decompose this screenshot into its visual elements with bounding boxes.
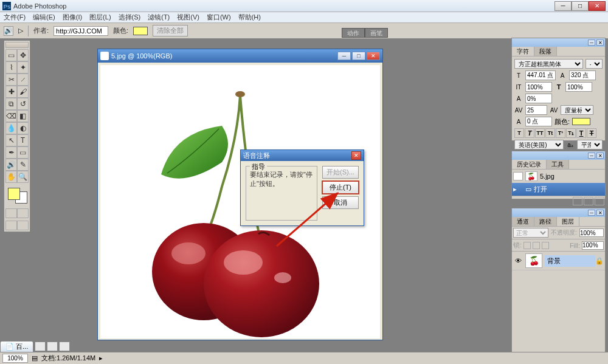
shape-tool[interactable]: ▭	[17, 146, 29, 159]
toolbox-grip[interactable]	[5, 42, 29, 48]
doc-maximize-button[interactable]: □	[352, 52, 365, 60]
crop-tool[interactable]: ✂	[5, 74, 17, 86]
layer-name[interactable]: 背景	[545, 255, 595, 267]
lock-all-icon[interactable]	[542, 242, 549, 249]
slice-tool[interactable]: ⟋	[17, 74, 29, 86]
tab-nav-icon[interactable]	[47, 342, 58, 351]
hand-tool[interactable]: ✋	[5, 171, 17, 183]
lasso-tool[interactable]: ⌇	[5, 61, 17, 74]
doc-info-icon[interactable]: ▤	[32, 354, 38, 362]
tracking-input[interactable]	[525, 94, 552, 103]
menu-help[interactable]: 帮助(H)	[238, 13, 261, 22]
history-brush-tool[interactable]: ↺	[17, 98, 29, 110]
subscript-button[interactable]: T₁	[566, 128, 576, 138]
history-snapshot[interactable]: 🍒 5.jpg	[512, 170, 605, 183]
new-snapshot-icon[interactable]	[584, 197, 593, 205]
doc-tab[interactable]: 📄 百...	[0, 341, 33, 352]
menu-filter[interactable]: 滤镜(T)	[148, 13, 170, 22]
hscale-input[interactable]	[565, 82, 592, 92]
quickmask-mode-icon[interactable]	[17, 208, 29, 218]
font-size-input[interactable]	[525, 70, 556, 80]
screen-mode-2-icon[interactable]	[17, 221, 29, 230]
tab-layers[interactable]: 图层	[557, 217, 579, 226]
opacity-input[interactable]	[579, 228, 604, 237]
tab-paragraph[interactable]: 段落	[534, 47, 557, 56]
foreground-color[interactable]	[8, 188, 20, 200]
smallcaps-button[interactable]: Tt	[545, 128, 555, 138]
zoom-input[interactable]	[2, 354, 28, 363]
menu-select[interactable]: 选择(S)	[119, 13, 141, 22]
dodge-tool[interactable]: ◐	[17, 122, 29, 134]
font-style-select[interactable]: -	[586, 59, 603, 69]
doc-minimize-button[interactable]: ─	[337, 52, 351, 60]
eyedropper-tool[interactable]: ✎	[17, 159, 29, 171]
lock-position-icon[interactable]	[533, 242, 540, 249]
visibility-icon[interactable]: 👁	[513, 257, 523, 264]
allcaps-button[interactable]: TT	[535, 128, 545, 138]
tab-channels[interactable]: 通道	[512, 217, 534, 226]
menu-edit[interactable]: 编辑(E)	[33, 13, 55, 22]
menu-image[interactable]: 图像(I)	[63, 13, 82, 22]
doc-close-button[interactable]: ✕	[367, 52, 380, 60]
layer-thumbnail[interactable]: 🍒	[525, 253, 542, 268]
path-tool[interactable]: ↖	[5, 134, 17, 146]
document-titlebar[interactable]: 5.jpg @ 100%(RGB) ─ □ ✕	[98, 49, 382, 63]
tab-tools-preset[interactable]: 工具	[547, 160, 569, 169]
tab-actions[interactable]: 动作	[342, 28, 365, 38]
blur-tool[interactable]: 💧	[5, 122, 17, 134]
gradient-tool[interactable]: ◧	[17, 110, 29, 122]
lock-pixels-icon[interactable]	[523, 242, 531, 249]
panel-close-icon[interactable]: ✕	[596, 153, 604, 159]
kerning-input[interactable]	[525, 105, 547, 115]
zoom-tool[interactable]: 🔍	[17, 171, 29, 183]
char-color-swatch[interactable]	[572, 118, 590, 125]
close-button[interactable]: ✕	[589, 1, 606, 11]
blend-mode-select[interactable]: 正常	[513, 228, 548, 238]
maximize-button[interactable]: □	[572, 1, 589, 11]
doc-info-menu-icon[interactable]: ▸	[99, 354, 103, 362]
language-select[interactable]: 英语(美国)	[514, 140, 564, 149]
wand-tool[interactable]: ✦	[17, 61, 29, 74]
move-tool[interactable]: ✥	[17, 49, 29, 61]
metrics-select[interactable]: 度量标准	[561, 105, 593, 115]
minimize-button[interactable]: ─	[554, 1, 572, 11]
stop-button[interactable]: 停止(T)	[322, 181, 359, 194]
leading-input[interactable]	[569, 70, 596, 80]
play-icon[interactable]: ▷	[18, 27, 23, 35]
menu-view[interactable]: 视图(V)	[177, 13, 199, 22]
tab-character[interactable]: 字符	[512, 47, 534, 56]
panel-minimize-icon[interactable]: ─	[588, 210, 595, 216]
trash-icon[interactable]	[595, 197, 604, 205]
fill-input[interactable]	[582, 241, 604, 250]
panel-minimize-icon[interactable]: ─	[588, 39, 595, 46]
heal-tool[interactable]: ✚	[5, 86, 17, 98]
antialias-select[interactable]: 平滑	[577, 140, 603, 149]
brush-tool[interactable]: 🖌	[17, 86, 29, 98]
author-input[interactable]	[54, 26, 108, 36]
tab-brushes[interactable]: 画笔	[365, 28, 388, 38]
screen-mode-1-icon[interactable]	[5, 221, 17, 230]
color-swatch[interactable]	[133, 27, 148, 35]
faux-italic-button[interactable]: T	[525, 128, 534, 138]
dialog-titlebar[interactable]: 语音注释 ✕	[241, 150, 364, 161]
vscale-input[interactable]	[525, 82, 552, 92]
menu-file[interactable]: 文件(F)	[4, 13, 26, 22]
standard-mode-icon[interactable]	[5, 208, 17, 218]
speaker-icon[interactable]: 🔊	[4, 26, 13, 36]
cancel-button[interactable]: 取消	[322, 196, 359, 209]
strike-button[interactable]: T	[587, 128, 596, 138]
pen-tool[interactable]: ✒	[5, 146, 17, 159]
marquee-tool[interactable]: ▭	[5, 49, 17, 61]
faux-bold-button[interactable]: T	[514, 128, 524, 138]
eraser-tool[interactable]: ⌫	[5, 110, 17, 122]
underline-button[interactable]: T	[576, 128, 586, 138]
history-brush-icon[interactable]: ▸	[513, 185, 523, 193]
font-family-select[interactable]: 方正超粗黑简体	[514, 59, 583, 69]
panel-close-icon[interactable]: ✕	[596, 39, 604, 46]
menu-window[interactable]: 窗口(W)	[207, 13, 231, 22]
type-tool[interactable]: T	[17, 134, 29, 146]
dialog-close-button[interactable]: ✕	[351, 151, 361, 160]
tab-history[interactable]: 历史记录	[512, 160, 547, 169]
baseline-input[interactable]	[525, 117, 552, 126]
stamp-tool[interactable]: ⧉	[5, 98, 17, 110]
